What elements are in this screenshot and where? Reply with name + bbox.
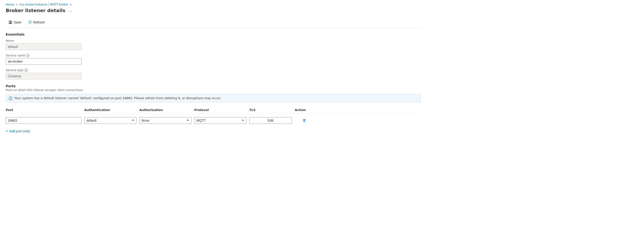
authentication-select[interactable]: default None: [84, 117, 136, 124]
col-header-port: Port: [6, 108, 82, 112]
service-name-label: Service name i: [6, 54, 421, 57]
port-number-input[interactable]: [6, 117, 82, 124]
breadcrumb-sep-2: >: [70, 3, 72, 6]
col-header-authentication: Authentication: [84, 108, 136, 112]
add-port-label: Add port entry: [9, 129, 30, 133]
save-icon: [8, 21, 12, 24]
table-header: Port Authentication Authorization Protoc…: [6, 106, 421, 114]
refresh-icon: [28, 21, 32, 24]
col-header-tls: TLS: [249, 108, 292, 112]
ports-section-title: Ports: [6, 84, 421, 88]
col-header-action: Action: [295, 108, 314, 112]
name-field-group: Name: [6, 39, 421, 50]
col-header-authorization: Authorization: [139, 108, 192, 112]
tls-edit-button[interactable]: Edit: [249, 117, 292, 124]
breadcrumb-sep-1: >: [16, 3, 18, 6]
info-banner: Your system has a default listener named…: [6, 94, 421, 102]
plus-icon: +: [6, 129, 8, 133]
ports-table: Port Authentication Authorization Protoc…: [6, 106, 421, 125]
name-input: [6, 43, 82, 50]
svg-rect-2: [10, 23, 11, 24]
protocol-select[interactable]: MQTT WebSocket: [194, 117, 246, 124]
toolbar: Save Refresh: [6, 17, 421, 28]
page-title: Broker listener details: [6, 8, 66, 13]
ports-subtitle: Ports on which this listener accepts cli…: [6, 89, 421, 92]
service-type-field-group: Service type i: [6, 69, 421, 79]
delete-icon: [302, 119, 306, 122]
essentials-section: Essentials Name Service name i Service t…: [6, 33, 421, 79]
name-label: Name: [6, 39, 421, 43]
service-type-input: [6, 73, 82, 79]
breadcrumb-home[interactable]: Home: [6, 3, 14, 6]
page-container: Home > my-cluster-instance | MQTT broker…: [0, 0, 426, 141]
breadcrumb: Home > my-cluster-instance | MQTT broker…: [6, 3, 421, 6]
table-row: default None None default MQTT WebSocket…: [6, 116, 421, 125]
page-title-row: Broker listener details ...: [6, 8, 421, 13]
service-name-field-group: Service name i: [6, 54, 421, 65]
more-options-button[interactable]: ...: [67, 8, 73, 13]
svg-rect-1: [10, 21, 11, 22]
refresh-button[interactable]: Refresh: [25, 19, 48, 26]
authorization-select[interactable]: None default: [139, 117, 192, 124]
ports-section: Ports Ports on which this listener accep…: [6, 84, 421, 135]
col-header-protocol: Protocol: [194, 108, 246, 112]
save-label: Save: [14, 21, 21, 24]
add-port-button[interactable]: + Add port entry: [6, 127, 30, 135]
refresh-label: Refresh: [33, 21, 45, 24]
info-banner-icon: [9, 97, 12, 100]
service-name-info-icon[interactable]: i: [26, 54, 30, 57]
delete-row-button[interactable]: [295, 118, 314, 123]
svg-point-5: [10, 98, 11, 98]
breadcrumb-cluster[interactable]: my-cluster-instance | MQTT broker: [20, 3, 68, 6]
service-type-label: Service type i: [6, 69, 421, 72]
info-banner-text: Your system has a default listener named…: [14, 96, 221, 100]
service-name-input[interactable]: [6, 58, 82, 65]
service-type-info-icon[interactable]: i: [24, 69, 28, 72]
essentials-section-title: Essentials: [6, 33, 421, 36]
save-button[interactable]: Save: [6, 19, 24, 26]
